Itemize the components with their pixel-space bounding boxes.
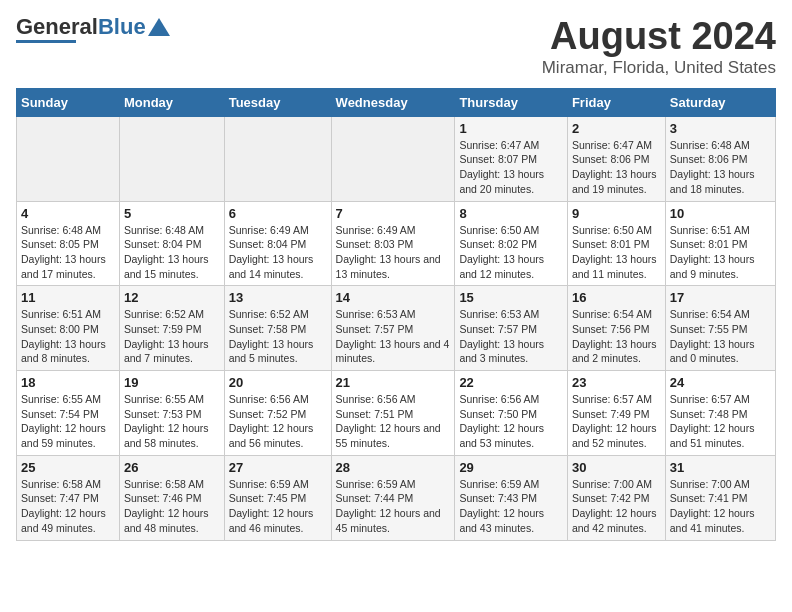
calendar-cell: 9Sunrise: 6:50 AM Sunset: 8:01 PM Daylig… <box>567 201 665 286</box>
day-info: Sunrise: 6:57 AM Sunset: 7:49 PM Dayligh… <box>572 392 661 451</box>
calendar-cell: 3Sunrise: 6:48 AM Sunset: 8:06 PM Daylig… <box>665 116 775 201</box>
calendar-cell: 18Sunrise: 6:55 AM Sunset: 7:54 PM Dayli… <box>17 371 120 456</box>
day-number: 25 <box>21 460 115 475</box>
calendar-cell: 4Sunrise: 6:48 AM Sunset: 8:05 PM Daylig… <box>17 201 120 286</box>
calendar-header-tuesday: Tuesday <box>224 88 331 116</box>
calendar-week-row: 18Sunrise: 6:55 AM Sunset: 7:54 PM Dayli… <box>17 371 776 456</box>
calendar-header-monday: Monday <box>119 88 224 116</box>
day-number: 7 <box>336 206 451 221</box>
calendar-cell: 19Sunrise: 6:55 AM Sunset: 7:53 PM Dayli… <box>119 371 224 456</box>
day-info: Sunrise: 6:58 AM Sunset: 7:47 PM Dayligh… <box>21 477 115 536</box>
calendar-header-saturday: Saturday <box>665 88 775 116</box>
day-number: 8 <box>459 206 563 221</box>
calendar-cell: 31Sunrise: 7:00 AM Sunset: 7:41 PM Dayli… <box>665 455 775 540</box>
logo-icon <box>148 18 170 36</box>
day-number: 6 <box>229 206 327 221</box>
day-number: 10 <box>670 206 771 221</box>
calendar-cell: 27Sunrise: 6:59 AM Sunset: 7:45 PM Dayli… <box>224 455 331 540</box>
day-number: 13 <box>229 290 327 305</box>
day-info: Sunrise: 6:59 AM Sunset: 7:44 PM Dayligh… <box>336 477 451 536</box>
day-info: Sunrise: 6:47 AM Sunset: 8:07 PM Dayligh… <box>459 138 563 197</box>
calendar-header-thursday: Thursday <box>455 88 568 116</box>
day-info: Sunrise: 6:50 AM Sunset: 8:02 PM Dayligh… <box>459 223 563 282</box>
day-info: Sunrise: 6:56 AM Sunset: 7:51 PM Dayligh… <box>336 392 451 451</box>
logo: GeneralBlue <box>16 16 170 43</box>
day-info: Sunrise: 6:56 AM Sunset: 7:50 PM Dayligh… <box>459 392 563 451</box>
day-info: Sunrise: 6:51 AM Sunset: 8:01 PM Dayligh… <box>670 223 771 282</box>
calendar-header-sunday: Sunday <box>17 88 120 116</box>
day-number: 20 <box>229 375 327 390</box>
day-info: Sunrise: 6:52 AM Sunset: 7:58 PM Dayligh… <box>229 307 327 366</box>
day-number: 30 <box>572 460 661 475</box>
day-info: Sunrise: 6:47 AM Sunset: 8:06 PM Dayligh… <box>572 138 661 197</box>
day-number: 12 <box>124 290 220 305</box>
day-number: 23 <box>572 375 661 390</box>
calendar-cell: 14Sunrise: 6:53 AM Sunset: 7:57 PM Dayli… <box>331 286 455 371</box>
calendar-header-wednesday: Wednesday <box>331 88 455 116</box>
calendar-cell <box>17 116 120 201</box>
day-number: 2 <box>572 121 661 136</box>
day-info: Sunrise: 6:51 AM Sunset: 8:00 PM Dayligh… <box>21 307 115 366</box>
calendar-cell: 10Sunrise: 6:51 AM Sunset: 8:01 PM Dayli… <box>665 201 775 286</box>
day-number: 14 <box>336 290 451 305</box>
calendar-cell: 25Sunrise: 6:58 AM Sunset: 7:47 PM Dayli… <box>17 455 120 540</box>
svg-marker-0 <box>148 18 170 36</box>
calendar-cell <box>119 116 224 201</box>
day-info: Sunrise: 6:48 AM Sunset: 8:05 PM Dayligh… <box>21 223 115 282</box>
day-info: Sunrise: 6:48 AM Sunset: 8:06 PM Dayligh… <box>670 138 771 197</box>
calendar-cell: 15Sunrise: 6:53 AM Sunset: 7:57 PM Dayli… <box>455 286 568 371</box>
day-number: 5 <box>124 206 220 221</box>
day-info: Sunrise: 6:59 AM Sunset: 7:43 PM Dayligh… <box>459 477 563 536</box>
calendar-cell: 29Sunrise: 6:59 AM Sunset: 7:43 PM Dayli… <box>455 455 568 540</box>
day-number: 22 <box>459 375 563 390</box>
day-number: 15 <box>459 290 563 305</box>
page-title: August 2024 <box>542 16 776 58</box>
calendar-cell <box>331 116 455 201</box>
calendar-cell: 23Sunrise: 6:57 AM Sunset: 7:49 PM Dayli… <box>567 371 665 456</box>
day-info: Sunrise: 6:55 AM Sunset: 7:53 PM Dayligh… <box>124 392 220 451</box>
calendar-cell: 22Sunrise: 6:56 AM Sunset: 7:50 PM Dayli… <box>455 371 568 456</box>
day-number: 29 <box>459 460 563 475</box>
day-number: 27 <box>229 460 327 475</box>
calendar-week-row: 4Sunrise: 6:48 AM Sunset: 8:05 PM Daylig… <box>17 201 776 286</box>
calendar-cell: 24Sunrise: 6:57 AM Sunset: 7:48 PM Dayli… <box>665 371 775 456</box>
day-number: 19 <box>124 375 220 390</box>
day-number: 3 <box>670 121 771 136</box>
day-number: 28 <box>336 460 451 475</box>
day-info: Sunrise: 6:52 AM Sunset: 7:59 PM Dayligh… <box>124 307 220 366</box>
day-info: Sunrise: 6:54 AM Sunset: 7:55 PM Dayligh… <box>670 307 771 366</box>
day-info: Sunrise: 6:53 AM Sunset: 7:57 PM Dayligh… <box>459 307 563 366</box>
calendar-cell: 16Sunrise: 6:54 AM Sunset: 7:56 PM Dayli… <box>567 286 665 371</box>
day-info: Sunrise: 7:00 AM Sunset: 7:41 PM Dayligh… <box>670 477 771 536</box>
logo-text: GeneralBlue <box>16 16 146 38</box>
calendar-cell: 26Sunrise: 6:58 AM Sunset: 7:46 PM Dayli… <box>119 455 224 540</box>
day-number: 9 <box>572 206 661 221</box>
logo-underline <box>16 40 76 43</box>
calendar-cell: 21Sunrise: 6:56 AM Sunset: 7:51 PM Dayli… <box>331 371 455 456</box>
day-number: 18 <box>21 375 115 390</box>
day-info: Sunrise: 6:49 AM Sunset: 8:04 PM Dayligh… <box>229 223 327 282</box>
calendar-cell: 17Sunrise: 6:54 AM Sunset: 7:55 PM Dayli… <box>665 286 775 371</box>
day-info: Sunrise: 6:55 AM Sunset: 7:54 PM Dayligh… <box>21 392 115 451</box>
day-number: 16 <box>572 290 661 305</box>
day-info: Sunrise: 6:49 AM Sunset: 8:03 PM Dayligh… <box>336 223 451 282</box>
calendar-header-row: SundayMondayTuesdayWednesdayThursdayFrid… <box>17 88 776 116</box>
calendar-cell: 11Sunrise: 6:51 AM Sunset: 8:00 PM Dayli… <box>17 286 120 371</box>
calendar-cell <box>224 116 331 201</box>
day-number: 26 <box>124 460 220 475</box>
day-number: 31 <box>670 460 771 475</box>
calendar-cell: 6Sunrise: 6:49 AM Sunset: 8:04 PM Daylig… <box>224 201 331 286</box>
day-number: 24 <box>670 375 771 390</box>
day-info: Sunrise: 6:59 AM Sunset: 7:45 PM Dayligh… <box>229 477 327 536</box>
calendar-cell: 13Sunrise: 6:52 AM Sunset: 7:58 PM Dayli… <box>224 286 331 371</box>
day-number: 17 <box>670 290 771 305</box>
day-info: Sunrise: 7:00 AM Sunset: 7:42 PM Dayligh… <box>572 477 661 536</box>
calendar-cell: 8Sunrise: 6:50 AM Sunset: 8:02 PM Daylig… <box>455 201 568 286</box>
page-subtitle: Miramar, Florida, United States <box>542 58 776 78</box>
day-info: Sunrise: 6:48 AM Sunset: 8:04 PM Dayligh… <box>124 223 220 282</box>
calendar-week-row: 1Sunrise: 6:47 AM Sunset: 8:07 PM Daylig… <box>17 116 776 201</box>
day-info: Sunrise: 6:57 AM Sunset: 7:48 PM Dayligh… <box>670 392 771 451</box>
day-number: 4 <box>21 206 115 221</box>
day-info: Sunrise: 6:54 AM Sunset: 7:56 PM Dayligh… <box>572 307 661 366</box>
calendar-cell: 2Sunrise: 6:47 AM Sunset: 8:06 PM Daylig… <box>567 116 665 201</box>
